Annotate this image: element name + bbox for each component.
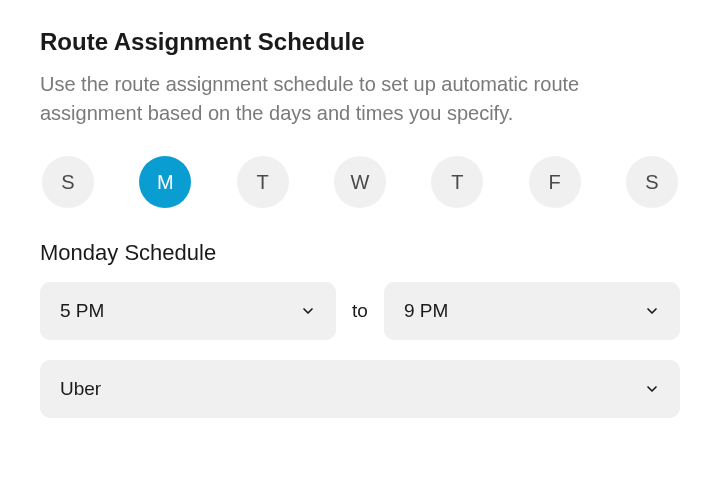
page-title: Route Assignment Schedule	[40, 28, 680, 56]
day-tuesday[interactable]: T	[237, 156, 289, 208]
chevron-down-icon	[644, 303, 660, 319]
day-thursday[interactable]: T	[431, 156, 483, 208]
start-time-value: 5 PM	[60, 300, 104, 322]
day-monday[interactable]: M	[139, 156, 191, 208]
start-time-select[interactable]: 5 PM	[40, 282, 336, 340]
time-range-row: 5 PM to 9 PM	[40, 282, 680, 340]
chevron-down-icon	[644, 381, 660, 397]
day-friday[interactable]: F	[529, 156, 581, 208]
day-sunday[interactable]: S	[42, 156, 94, 208]
schedule-subtitle: Monday Schedule	[40, 240, 680, 266]
end-time-value: 9 PM	[404, 300, 448, 322]
day-wednesday[interactable]: W	[334, 156, 386, 208]
to-label: to	[352, 300, 368, 322]
end-time-select[interactable]: 9 PM	[384, 282, 680, 340]
service-select[interactable]: Uber	[40, 360, 680, 418]
service-value: Uber	[60, 378, 101, 400]
page-description: Use the route assignment schedule to set…	[40, 70, 680, 128]
day-selector-row: S M T W T F S	[40, 156, 680, 208]
chevron-down-icon	[300, 303, 316, 319]
day-saturday[interactable]: S	[626, 156, 678, 208]
